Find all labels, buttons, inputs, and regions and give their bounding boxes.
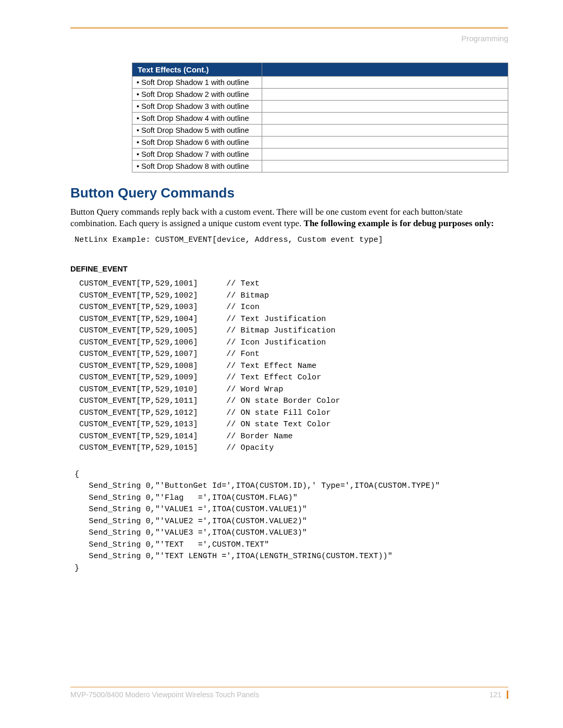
page-number: 121 xyxy=(489,690,508,699)
table-cell: • Soft Drop Shadow 7 with outline xyxy=(132,149,262,161)
table-cell: • Soft Drop Shadow 1 with outline xyxy=(132,77,262,89)
table-cell-empty xyxy=(262,125,508,137)
table-cell-empty xyxy=(262,89,508,101)
table-header-left: Text Effects (Cont.) xyxy=(132,63,262,77)
table-cell: • Soft Drop Shadow 8 with outline xyxy=(132,161,262,172)
footer-divider xyxy=(70,687,508,687)
table-row: • Soft Drop Shadow 1 with outline xyxy=(132,77,508,89)
top-divider xyxy=(70,27,508,29)
table-cell-empty xyxy=(262,149,508,161)
table-row: • Soft Drop Shadow 5 with outline xyxy=(132,125,508,137)
table-cell: • Soft Drop Shadow 4 with outline xyxy=(132,113,262,125)
paragraph-bold: The following example is for debug purpo… xyxy=(304,218,494,228)
table-cell-empty xyxy=(262,101,508,113)
table-row: • Soft Drop Shadow 3 with outline xyxy=(132,101,508,113)
intro-paragraph: Button Query commands reply back with a … xyxy=(70,206,508,229)
table-cell: • Soft Drop Shadow 3 with outline xyxy=(132,101,262,113)
table-row: • Soft Drop Shadow 8 with outline xyxy=(132,161,508,172)
table-cell-empty xyxy=(262,77,508,89)
table-cell-empty xyxy=(262,113,508,125)
table-cell: • Soft Drop Shadow 2 with outline xyxy=(132,89,262,101)
define-event-label: DEFINE_EVENT xyxy=(70,265,508,273)
handler-code-block: { Send_String 0,"'ButtonGet Id=',ITOA(CU… xyxy=(75,469,508,575)
footer-title: MVP-7500/8400 Modero Viewpoint Wireless … xyxy=(70,690,259,699)
example-line: NetLinx Example: CUSTOM_EVENT[device, Ad… xyxy=(75,235,508,246)
text-effects-table: Text Effects (Cont.) • Soft Drop Shadow … xyxy=(132,63,508,172)
section-heading: Button Query Commands xyxy=(70,185,508,201)
table-row: • Soft Drop Shadow 2 with outline xyxy=(132,89,508,101)
table-row: • Soft Drop Shadow 6 with outline xyxy=(132,137,508,149)
table-cell: • Soft Drop Shadow 6 with outline xyxy=(132,137,262,149)
table-cell-empty xyxy=(262,161,508,172)
section-label: Programming xyxy=(70,34,508,43)
table-cell-empty xyxy=(262,137,508,149)
page-footer: MVP-7500/8400 Modero Viewpoint Wireless … xyxy=(70,687,508,699)
events-code-block: CUSTOM_EVENT[TP,529,1001] // Text CUSTOM… xyxy=(75,278,508,454)
table-row: • Soft Drop Shadow 7 with outline xyxy=(132,149,508,161)
table-row: • Soft Drop Shadow 4 with outline xyxy=(132,113,508,125)
table-cell: • Soft Drop Shadow 5 with outline xyxy=(132,125,262,137)
table-header-right xyxy=(262,63,508,77)
